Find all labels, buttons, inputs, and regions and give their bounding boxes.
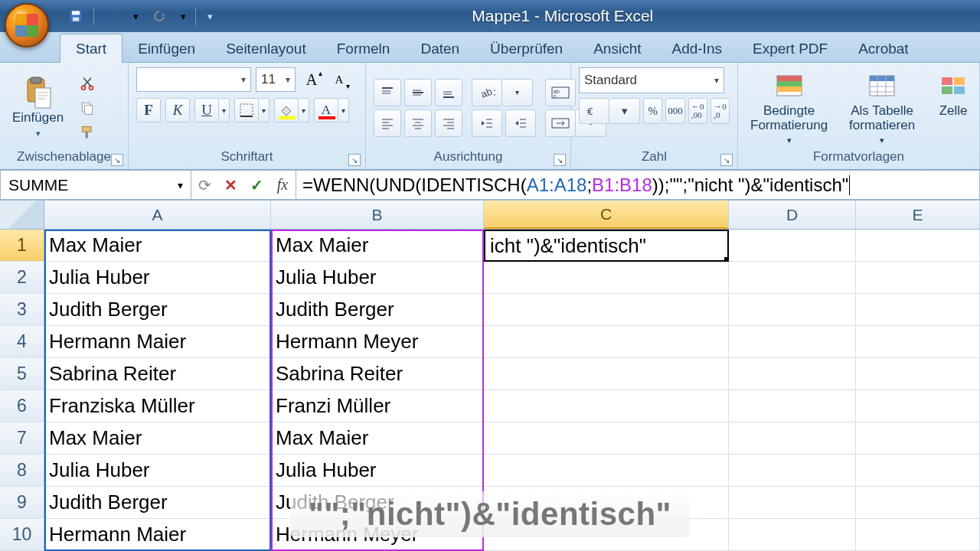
underline-dropdown[interactable]: ▾ (219, 98, 230, 122)
col-header-e[interactable]: E (856, 201, 980, 229)
undo-button[interactable] (100, 5, 123, 27)
cell-B10[interactable]: Hermann Meyer (271, 519, 484, 550)
row-header[interactable]: 9 (0, 487, 44, 518)
cell-E9[interactable] (856, 487, 980, 518)
align-launcher[interactable]: ↘ (554, 154, 566, 166)
align-left-button[interactable] (374, 109, 401, 137)
cell-C6[interactable] (484, 390, 729, 422)
grow-font-button[interactable]: A▴ (300, 68, 323, 91)
row-header[interactable]: 1 (0, 230, 44, 261)
cell-E5[interactable] (856, 358, 980, 390)
cell-B7[interactable]: Max Maier (271, 422, 484, 454)
cell-C5[interactable] (484, 358, 729, 390)
cell-A9[interactable]: Judith Berger (44, 487, 271, 518)
cell-D2[interactable] (729, 262, 856, 293)
cell-D3[interactable] (729, 294, 856, 325)
clipboard-launcher[interactable]: ↘ (111, 154, 123, 166)
row-header[interactable]: 2 (0, 262, 44, 293)
cell-B3[interactable]: Judith Berger (271, 294, 484, 325)
borders-button[interactable] (234, 98, 259, 122)
currency-dropdown[interactable]: ▾ (609, 98, 640, 124)
save-button[interactable] (64, 5, 87, 27)
cell-A5[interactable]: Sabrina Reiter (44, 358, 271, 390)
shrink-font-button[interactable]: A▾ (328, 68, 351, 91)
cell-A10[interactable]: Hermann Maier (44, 519, 271, 550)
copy-button[interactable] (77, 98, 97, 118)
tab-ueberpruefen[interactable]: Überprüfen (475, 34, 578, 62)
insert-function-button[interactable]: fx (270, 171, 296, 199)
font-color-dropdown[interactable]: ▾ (338, 98, 349, 122)
formula-cancel-x-button[interactable]: ✕ (217, 171, 243, 199)
cell-C2[interactable] (484, 262, 729, 293)
cell-D5[interactable] (729, 358, 856, 390)
underline-button[interactable]: U (194, 98, 219, 122)
bold-button[interactable]: F (136, 98, 161, 122)
thousands-button[interactable]: 000 (665, 98, 684, 124)
row-header[interactable]: 7 (0, 422, 44, 454)
conditional-formatting-button[interactable]: Bedingte Formatierung▾ (746, 67, 832, 148)
fill-color-dropdown[interactable]: ▾ (299, 98, 309, 122)
align-top-button[interactable] (374, 79, 401, 106)
paste-button[interactable]: Einfügen ▾ (8, 74, 68, 141)
tab-expertpdf[interactable]: Expert PDF (737, 34, 843, 62)
fill-handle[interactable] (724, 257, 729, 262)
tab-start[interactable]: Start (60, 34, 122, 63)
cell-A4[interactable]: Hermann Maier (44, 326, 271, 357)
cell-C7[interactable] (484, 422, 729, 454)
percent-button[interactable]: % (643, 98, 662, 124)
tab-einfuegen[interactable]: Einfügen (122, 34, 211, 62)
row-header[interactable]: 5 (0, 358, 44, 390)
italic-button[interactable]: K (165, 98, 190, 122)
formula-input[interactable]: =WENN(UND(IDENTISCH(A1:A18;B1:B18));"";"… (296, 170, 980, 200)
active-editing-cell[interactable]: icht ")&"identisch" (484, 230, 729, 262)
cell-B5[interactable]: Sabrina Reiter (271, 358, 484, 390)
fill-color-button[interactable] (274, 98, 299, 122)
tab-ansicht[interactable]: Ansicht (578, 34, 656, 62)
name-box[interactable]: SUMME ▾ (0, 170, 191, 200)
cell-A3[interactable]: Judith Berger (44, 294, 271, 325)
cell-B8[interactable]: Julia Huber (271, 455, 484, 486)
align-middle-button[interactable] (404, 79, 432, 106)
cell-D4[interactable] (729, 326, 856, 357)
tab-daten[interactable]: Daten (405, 34, 475, 62)
cell-E10[interactable] (856, 519, 980, 550)
format-as-table-button[interactable]: Als Tabelle formatieren▾ (844, 67, 920, 148)
cell-D1[interactable] (729, 230, 856, 261)
cell-D10[interactable] (729, 519, 856, 550)
decrease-decimal-button[interactable]: →0,0 (710, 98, 730, 124)
cell-E1[interactable] (856, 230, 980, 261)
cell-E6[interactable] (856, 390, 980, 422)
increase-indent-button[interactable] (505, 109, 536, 137)
orientation-button[interactable]: ab (472, 79, 502, 106)
cell-E2[interactable] (856, 262, 980, 293)
currency-button[interactable]: € (579, 98, 609, 124)
col-header-c[interactable]: C (484, 201, 729, 229)
cell-B6[interactable]: Franzi Müller (271, 390, 484, 422)
row-header[interactable]: 10 (0, 519, 44, 550)
cell-B4[interactable]: Hermann Meyer (271, 326, 484, 357)
tab-acrobat[interactable]: Acrobat (843, 34, 923, 62)
redo-dropdown[interactable]: ▾ (177, 5, 189, 27)
orientation-dropdown[interactable]: ▾ (502, 79, 533, 106)
cell-D9[interactable] (729, 487, 856, 518)
font-color-button[interactable]: A (314, 98, 338, 122)
row-header[interactable]: 8 (0, 455, 44, 486)
number-launcher[interactable]: ↘ (720, 154, 733, 166)
row-header[interactable]: 3 (0, 294, 44, 325)
cell-styles-button[interactable]: Zelle (932, 67, 970, 122)
cell-C9[interactable] (484, 487, 729, 518)
cell-C3[interactable] (484, 294, 729, 325)
undo-dropdown[interactable]: ▾ (129, 5, 142, 27)
cell-A1[interactable]: Max Maier (44, 230, 271, 261)
office-button[interactable] (5, 3, 49, 47)
font-family-combo[interactable]: ▾ (136, 67, 251, 92)
font-size-combo[interactable]: 11▾ (256, 67, 296, 92)
cell-B9[interactable]: Judith Berger (271, 487, 484, 518)
col-header-a[interactable]: A (44, 201, 271, 229)
cell-B1[interactable]: Max Maier (271, 230, 484, 261)
cell-A2[interactable]: Julia Huber (44, 262, 271, 293)
align-bottom-button[interactable] (435, 79, 462, 106)
cell-A8[interactable]: Julia Huber (44, 455, 271, 486)
row-header[interactable]: 6 (0, 390, 44, 422)
cell-D6[interactable] (729, 390, 856, 422)
